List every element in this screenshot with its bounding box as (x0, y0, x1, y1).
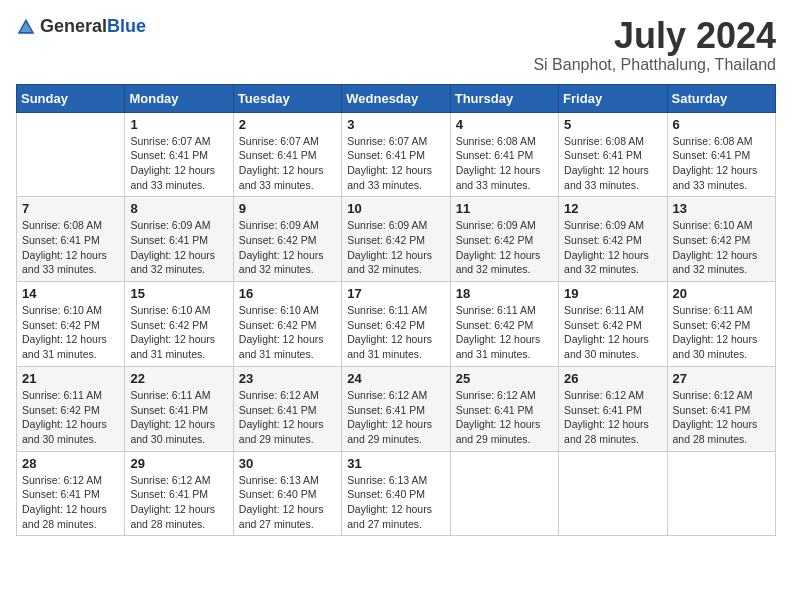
day-info: Sunrise: 6:09 AM Sunset: 6:42 PM Dayligh… (564, 218, 661, 277)
day-number: 25 (456, 371, 553, 386)
weekday-header: Saturday (667, 84, 775, 112)
calendar-cell: 10Sunrise: 6:09 AM Sunset: 6:42 PM Dayli… (342, 197, 450, 282)
day-info: Sunrise: 6:07 AM Sunset: 6:41 PM Dayligh… (130, 134, 227, 193)
title-area: July 2024 Si Banphot, Phatthalung, Thail… (533, 16, 776, 74)
calendar-cell (450, 451, 558, 536)
day-number: 2 (239, 117, 336, 132)
weekday-header: Monday (125, 84, 233, 112)
day-number: 21 (22, 371, 119, 386)
day-number: 30 (239, 456, 336, 471)
day-info: Sunrise: 6:09 AM Sunset: 6:42 PM Dayligh… (239, 218, 336, 277)
calendar-week-row: 28Sunrise: 6:12 AM Sunset: 6:41 PM Dayli… (17, 451, 776, 536)
day-info: Sunrise: 6:10 AM Sunset: 6:42 PM Dayligh… (239, 303, 336, 362)
calendar-cell: 8Sunrise: 6:09 AM Sunset: 6:41 PM Daylig… (125, 197, 233, 282)
header: GeneralBlue July 2024 Si Banphot, Phatth… (16, 16, 776, 74)
day-info: Sunrise: 6:09 AM Sunset: 6:42 PM Dayligh… (347, 218, 444, 277)
calendar-cell: 27Sunrise: 6:12 AM Sunset: 6:41 PM Dayli… (667, 366, 775, 451)
calendar-cell: 14Sunrise: 6:10 AM Sunset: 6:42 PM Dayli… (17, 282, 125, 367)
day-number: 5 (564, 117, 661, 132)
day-number: 4 (456, 117, 553, 132)
weekday-header: Wednesday (342, 84, 450, 112)
day-number: 28 (22, 456, 119, 471)
day-info: Sunrise: 6:11 AM Sunset: 6:42 PM Dayligh… (456, 303, 553, 362)
day-info: Sunrise: 6:08 AM Sunset: 6:41 PM Dayligh… (22, 218, 119, 277)
day-number: 15 (130, 286, 227, 301)
day-info: Sunrise: 6:10 AM Sunset: 6:42 PM Dayligh… (22, 303, 119, 362)
day-number: 18 (456, 286, 553, 301)
day-number: 9 (239, 201, 336, 216)
weekday-header: Sunday (17, 84, 125, 112)
calendar-cell: 31Sunrise: 6:13 AM Sunset: 6:40 PM Dayli… (342, 451, 450, 536)
day-number: 8 (130, 201, 227, 216)
day-info: Sunrise: 6:07 AM Sunset: 6:41 PM Dayligh… (347, 134, 444, 193)
calendar-cell (17, 112, 125, 197)
day-number: 19 (564, 286, 661, 301)
day-info: Sunrise: 6:11 AM Sunset: 6:42 PM Dayligh… (22, 388, 119, 447)
day-number: 6 (673, 117, 770, 132)
calendar-week-row: 7Sunrise: 6:08 AM Sunset: 6:41 PM Daylig… (17, 197, 776, 282)
day-info: Sunrise: 6:09 AM Sunset: 6:41 PM Dayligh… (130, 218, 227, 277)
weekday-header: Friday (559, 84, 667, 112)
logo-icon (16, 17, 36, 37)
location-title: Si Banphot, Phatthalung, Thailand (533, 56, 776, 74)
day-number: 7 (22, 201, 119, 216)
calendar-week-row: 1Sunrise: 6:07 AM Sunset: 6:41 PM Daylig… (17, 112, 776, 197)
day-info: Sunrise: 6:11 AM Sunset: 6:42 PM Dayligh… (673, 303, 770, 362)
day-number: 1 (130, 117, 227, 132)
day-info: Sunrise: 6:10 AM Sunset: 6:42 PM Dayligh… (673, 218, 770, 277)
day-number: 22 (130, 371, 227, 386)
day-number: 31 (347, 456, 444, 471)
calendar-body: 1Sunrise: 6:07 AM Sunset: 6:41 PM Daylig… (17, 112, 776, 536)
day-info: Sunrise: 6:10 AM Sunset: 6:42 PM Dayligh… (130, 303, 227, 362)
calendar-cell: 15Sunrise: 6:10 AM Sunset: 6:42 PM Dayli… (125, 282, 233, 367)
day-info: Sunrise: 6:13 AM Sunset: 6:40 PM Dayligh… (239, 473, 336, 532)
day-number: 11 (456, 201, 553, 216)
day-info: Sunrise: 6:12 AM Sunset: 6:41 PM Dayligh… (673, 388, 770, 447)
day-number: 12 (564, 201, 661, 216)
day-number: 27 (673, 371, 770, 386)
day-info: Sunrise: 6:12 AM Sunset: 6:41 PM Dayligh… (239, 388, 336, 447)
calendar-cell: 11Sunrise: 6:09 AM Sunset: 6:42 PM Dayli… (450, 197, 558, 282)
day-info: Sunrise: 6:12 AM Sunset: 6:41 PM Dayligh… (130, 473, 227, 532)
weekday-header: Thursday (450, 84, 558, 112)
calendar-cell: 13Sunrise: 6:10 AM Sunset: 6:42 PM Dayli… (667, 197, 775, 282)
weekday-header: Tuesday (233, 84, 341, 112)
day-number: 3 (347, 117, 444, 132)
logo-text: GeneralBlue (40, 16, 146, 37)
calendar-cell: 30Sunrise: 6:13 AM Sunset: 6:40 PM Dayli… (233, 451, 341, 536)
day-number: 26 (564, 371, 661, 386)
day-number: 20 (673, 286, 770, 301)
day-info: Sunrise: 6:09 AM Sunset: 6:42 PM Dayligh… (456, 218, 553, 277)
calendar-cell: 12Sunrise: 6:09 AM Sunset: 6:42 PM Dayli… (559, 197, 667, 282)
day-info: Sunrise: 6:11 AM Sunset: 6:42 PM Dayligh… (347, 303, 444, 362)
calendar-cell: 16Sunrise: 6:10 AM Sunset: 6:42 PM Dayli… (233, 282, 341, 367)
calendar-table: SundayMondayTuesdayWednesdayThursdayFrid… (16, 84, 776, 537)
month-title: July 2024 (533, 16, 776, 56)
day-info: Sunrise: 6:13 AM Sunset: 6:40 PM Dayligh… (347, 473, 444, 532)
calendar-cell: 18Sunrise: 6:11 AM Sunset: 6:42 PM Dayli… (450, 282, 558, 367)
calendar-header: SundayMondayTuesdayWednesdayThursdayFrid… (17, 84, 776, 112)
day-number: 10 (347, 201, 444, 216)
calendar-cell: 21Sunrise: 6:11 AM Sunset: 6:42 PM Dayli… (17, 366, 125, 451)
calendar-cell: 2Sunrise: 6:07 AM Sunset: 6:41 PM Daylig… (233, 112, 341, 197)
day-info: Sunrise: 6:12 AM Sunset: 6:41 PM Dayligh… (564, 388, 661, 447)
calendar-cell: 19Sunrise: 6:11 AM Sunset: 6:42 PM Dayli… (559, 282, 667, 367)
day-number: 17 (347, 286, 444, 301)
day-number: 24 (347, 371, 444, 386)
calendar-cell: 28Sunrise: 6:12 AM Sunset: 6:41 PM Dayli… (17, 451, 125, 536)
day-info: Sunrise: 6:08 AM Sunset: 6:41 PM Dayligh… (456, 134, 553, 193)
calendar-cell (559, 451, 667, 536)
day-info: Sunrise: 6:11 AM Sunset: 6:42 PM Dayligh… (564, 303, 661, 362)
calendar-cell (667, 451, 775, 536)
logo: GeneralBlue (16, 16, 146, 37)
logo-blue: Blue (107, 16, 146, 36)
calendar-cell: 3Sunrise: 6:07 AM Sunset: 6:41 PM Daylig… (342, 112, 450, 197)
calendar-cell: 25Sunrise: 6:12 AM Sunset: 6:41 PM Dayli… (450, 366, 558, 451)
day-info: Sunrise: 6:08 AM Sunset: 6:41 PM Dayligh… (673, 134, 770, 193)
day-info: Sunrise: 6:08 AM Sunset: 6:41 PM Dayligh… (564, 134, 661, 193)
calendar-cell: 4Sunrise: 6:08 AM Sunset: 6:41 PM Daylig… (450, 112, 558, 197)
calendar-cell: 9Sunrise: 6:09 AM Sunset: 6:42 PM Daylig… (233, 197, 341, 282)
calendar-cell: 24Sunrise: 6:12 AM Sunset: 6:41 PM Dayli… (342, 366, 450, 451)
logo-general: General (40, 16, 107, 36)
calendar-cell: 6Sunrise: 6:08 AM Sunset: 6:41 PM Daylig… (667, 112, 775, 197)
